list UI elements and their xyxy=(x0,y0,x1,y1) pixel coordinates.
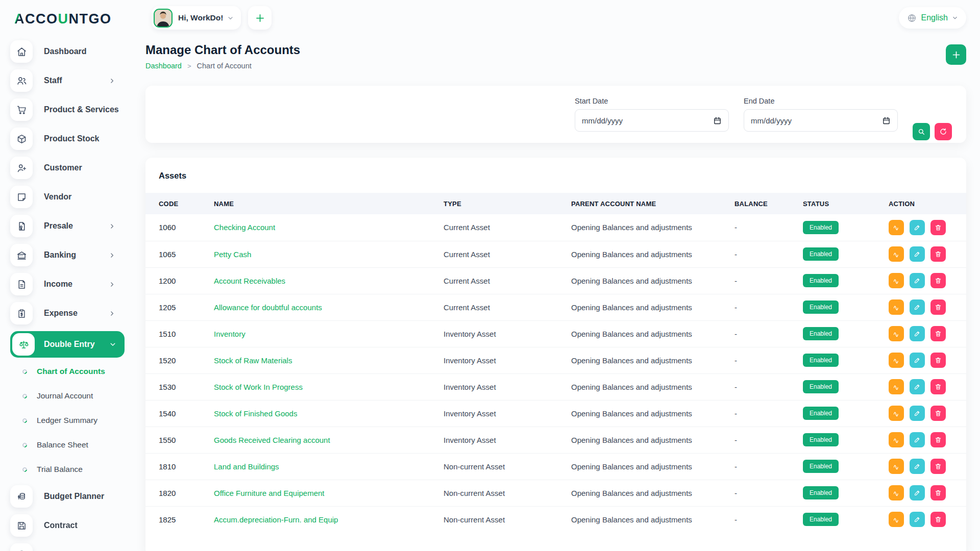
delete-button[interactable] xyxy=(930,459,946,474)
transactions-button[interactable] xyxy=(889,326,904,341)
sidebar-subitem-balance-sheet[interactable]: Balance Sheet xyxy=(10,436,129,454)
account-balance: - xyxy=(734,506,803,533)
transactions-button[interactable] xyxy=(889,220,904,235)
transactions-button[interactable] xyxy=(889,299,904,315)
sidebar-item-double-entry[interactable]: Double Entry xyxy=(10,331,125,358)
section-title: Assets xyxy=(145,158,966,193)
transactions-button[interactable] xyxy=(889,246,904,262)
delete-button[interactable] xyxy=(930,353,946,368)
globe-icon xyxy=(907,13,917,23)
sidebar-item-contract[interactable]: Contract xyxy=(10,514,129,537)
edit-button[interactable] xyxy=(910,299,925,315)
edit-button[interactable] xyxy=(910,379,925,394)
column-name: NAME xyxy=(214,193,444,214)
delete-button[interactable] xyxy=(930,273,946,288)
sidebar-item-product-stock[interactable]: Product Stock xyxy=(10,128,129,150)
sidebar-item-expense[interactable]: Expense xyxy=(10,302,129,324)
end-date-field[interactable] xyxy=(744,109,898,132)
sidebar-subitem-ledger-summary[interactable]: Ledger Summary xyxy=(10,412,129,429)
sidebar-subitem-journal-account[interactable]: Journal Account xyxy=(10,387,129,405)
edit-button[interactable] xyxy=(910,459,925,474)
account-name-link[interactable]: Checking Account xyxy=(214,223,275,232)
topbar: Hi, WorkDo! English xyxy=(145,0,966,36)
account-balance: - xyxy=(734,294,803,320)
edit-button[interactable] xyxy=(910,273,925,288)
create-account-button[interactable] xyxy=(946,44,966,65)
pencil-icon xyxy=(914,251,921,258)
transactions-button[interactable] xyxy=(889,379,904,394)
sidebar-item-budget-planner[interactable]: Budget Planner xyxy=(10,485,129,508)
reset-button[interactable] xyxy=(935,123,952,140)
account-type: Non-current Asset xyxy=(444,506,571,533)
user-menu[interactable]: Hi, WorkDo! xyxy=(152,6,241,30)
edit-button[interactable] xyxy=(910,353,925,368)
sidebar-nav: Dashboard Staff Product & Services Produ… xyxy=(10,40,129,551)
edit-button[interactable] xyxy=(910,220,925,235)
account-name-link[interactable]: Petty Cash xyxy=(214,250,251,259)
delete-button[interactable] xyxy=(930,432,946,447)
status-badge: Enabled xyxy=(803,247,839,261)
account-code: 1540 xyxy=(145,400,214,427)
account-name-link[interactable]: Stock of Finished Goods xyxy=(214,409,297,418)
calendar-icon[interactable] xyxy=(713,116,722,125)
account-name-link[interactable]: Stock of Work In Progress xyxy=(214,383,303,391)
account-name-link[interactable]: Land and Buildings xyxy=(214,462,279,471)
delete-button[interactable] xyxy=(930,220,946,235)
edit-button[interactable] xyxy=(910,406,925,421)
transactions-button[interactable] xyxy=(889,273,904,288)
trash-icon xyxy=(935,516,942,523)
edit-button[interactable] xyxy=(910,432,925,447)
account-name-link[interactable]: Goods Received Clearing account xyxy=(214,436,330,444)
transactions-button[interactable] xyxy=(889,512,904,527)
transactions-button[interactable] xyxy=(889,485,904,500)
search-button[interactable] xyxy=(913,123,930,140)
account-name-link[interactable]: Office Furniture and Equipement xyxy=(214,489,325,497)
sidebar-item-vendor[interactable]: Vendor xyxy=(10,186,129,208)
end-date-input[interactable] xyxy=(751,116,882,125)
delete-button[interactable] xyxy=(930,485,946,500)
delete-button[interactable] xyxy=(930,246,946,262)
account-name-link[interactable]: Inventory xyxy=(214,330,246,338)
status-badge: Enabled xyxy=(803,221,839,234)
note-icon xyxy=(10,186,33,208)
start-date-input[interactable] xyxy=(582,116,713,125)
sidebar-item-banking[interactable]: Banking xyxy=(10,244,129,266)
sidebar-item-customer[interactable]: Customer xyxy=(10,157,129,179)
sidebar-subitem-trial-balance[interactable]: Trial Balance xyxy=(10,461,129,478)
delete-button[interactable] xyxy=(930,512,946,527)
transactions-button[interactable] xyxy=(889,353,904,368)
delete-button[interactable] xyxy=(930,299,946,315)
account-name-link[interactable]: Allowance for doubtful accounts xyxy=(214,303,322,312)
edit-button[interactable] xyxy=(910,512,925,527)
quick-add-button[interactable] xyxy=(248,6,272,30)
edit-button[interactable] xyxy=(910,326,925,341)
calendar-icon[interactable] xyxy=(882,116,891,125)
sidebar-item-presale[interactable]: Presale xyxy=(10,215,129,237)
chevron-right-icon xyxy=(109,223,115,230)
pulse-icon xyxy=(893,277,900,285)
account-name-link[interactable]: Accum.depreciation-Furn. and Equip xyxy=(214,515,338,524)
start-date-field[interactable] xyxy=(575,109,729,132)
delete-button[interactable] xyxy=(930,379,946,394)
language-selector[interactable]: English xyxy=(899,7,966,29)
sidebar-item-goal[interactable]: Goal xyxy=(10,543,129,551)
sidebar-item-staff[interactable]: Staff xyxy=(10,69,129,92)
sidebar-item-dashboard[interactable]: Dashboard xyxy=(10,40,129,63)
edit-button[interactable] xyxy=(910,485,925,500)
transactions-button[interactable] xyxy=(889,459,904,474)
sidebar-subitem-chart-of-accounts[interactable]: Chart of Accounts xyxy=(10,363,129,380)
edit-button[interactable] xyxy=(910,246,925,262)
delete-button[interactable] xyxy=(930,406,946,421)
sidebar-item-income[interactable]: Income xyxy=(10,273,129,295)
account-name-link[interactable]: Account Receivables xyxy=(214,277,285,285)
account-code: 1520 xyxy=(145,347,214,373)
pencil-icon xyxy=(914,357,921,364)
home-icon xyxy=(10,40,33,63)
transactions-button[interactable] xyxy=(889,432,904,447)
breadcrumb-dashboard-link[interactable]: Dashboard xyxy=(145,62,182,70)
sidebar-item-product-services[interactable]: Product & Services xyxy=(10,98,129,121)
account-type: Current Asset xyxy=(444,294,571,320)
delete-button[interactable] xyxy=(930,326,946,341)
account-name-link[interactable]: Stock of Raw Materials xyxy=(214,356,292,365)
transactions-button[interactable] xyxy=(889,406,904,421)
